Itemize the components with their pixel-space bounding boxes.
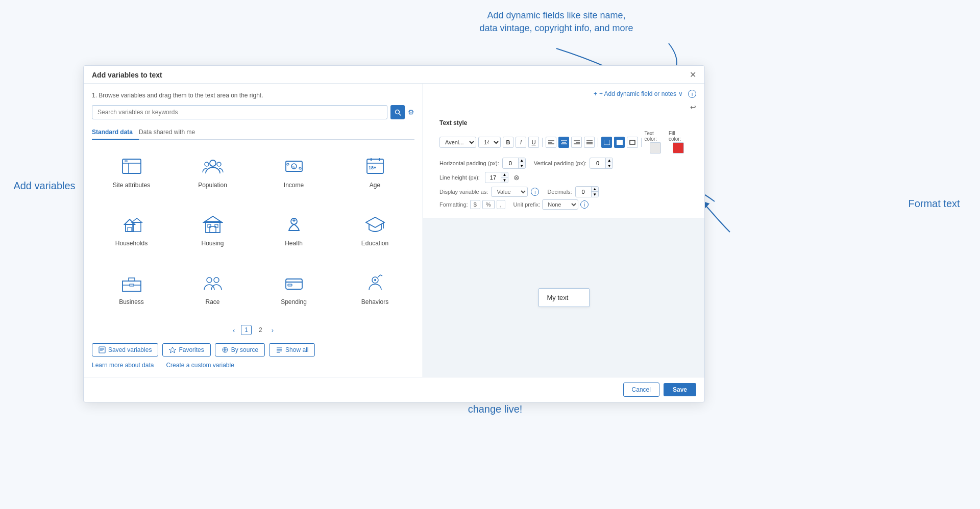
category-spending[interactable]: Spending xyxy=(254,265,333,319)
align-right-button[interactable] xyxy=(571,137,582,148)
category-business[interactable]: Business xyxy=(92,265,171,319)
h-padding-up[interactable]: ▲ xyxy=(518,158,525,163)
category-race[interactable]: Race xyxy=(173,265,252,319)
align-left-button[interactable] xyxy=(546,137,556,148)
h-padding-down[interactable]: ▼ xyxy=(518,163,525,168)
show-all-button[interactable]: Show all xyxy=(269,343,315,357)
by-source-button[interactable]: By source xyxy=(215,343,265,357)
dialog-footer: Cancel Save xyxy=(84,377,704,402)
category-education[interactable]: Education xyxy=(335,206,414,260)
text-box[interactable]: My text xyxy=(538,288,590,307)
category-housing[interactable]: Housing xyxy=(173,206,252,260)
chevron-icon: ∨ xyxy=(678,90,683,97)
svg-text:$: $ xyxy=(292,165,295,169)
category-households[interactable]: Households xyxy=(92,206,171,260)
create-custom-link[interactable]: Create a custom variable xyxy=(166,362,234,369)
category-label-business: Business xyxy=(119,298,144,306)
plus-icon: + xyxy=(594,90,597,97)
formatting-row: Formatting: $ % , Unit prefix: None i xyxy=(439,199,688,210)
underline-button[interactable]: U xyxy=(528,137,539,148)
category-label-income: Income xyxy=(284,182,304,189)
text-style-label: Text style xyxy=(439,119,688,126)
unit-prefix-group: Unit prefix: None i xyxy=(513,199,589,210)
prev-page-button[interactable]: ‹ xyxy=(231,325,237,335)
no-border-button[interactable] xyxy=(601,137,612,148)
dialog-close-button[interactable]: ✕ xyxy=(690,71,696,79)
decimals-group: Decimals: ▲ ▼ xyxy=(547,186,598,197)
category-grid: Site attributes Populati xyxy=(92,148,414,319)
star-icon xyxy=(169,346,176,353)
unit-prefix-label: Unit prefix: xyxy=(513,201,541,208)
category-health[interactable]: Health xyxy=(254,206,333,260)
decimals-up[interactable]: ▲ xyxy=(591,187,598,192)
svg-rect-47 xyxy=(99,347,105,353)
v-padding-up[interactable]: ▲ xyxy=(605,158,612,163)
svg-point-0 xyxy=(395,110,399,114)
line-height-value[interactable] xyxy=(485,173,501,182)
category-label-site-attributes: Site attributes xyxy=(113,182,150,189)
add-dynamic-field-button[interactable]: + + Add dynamic field or notes ∨ xyxy=(594,90,683,97)
format-comma-button[interactable]: , xyxy=(497,200,505,209)
text-color-swatch[interactable] xyxy=(650,142,661,154)
page-2[interactable]: 2 xyxy=(256,325,265,335)
race-icon xyxy=(201,271,225,295)
category-age[interactable]: 18+ Age xyxy=(335,148,414,202)
italic-button[interactable]: I xyxy=(516,137,526,148)
svg-rect-27 xyxy=(208,224,211,227)
site-attributes-icon xyxy=(119,154,144,179)
search-input[interactable] xyxy=(92,105,387,119)
favorites-button[interactable]: Favorites xyxy=(162,343,210,357)
undo-button[interactable]: ↩ xyxy=(690,103,696,111)
bold-button[interactable]: B xyxy=(503,137,513,148)
fill-color-swatch[interactable] xyxy=(673,142,684,154)
dialog-body: 1. Browse variables and drag them to the… xyxy=(84,84,704,377)
tab-standard-data[interactable]: Standard data xyxy=(92,125,139,140)
unit-prefix-info-icon[interactable]: i xyxy=(580,200,589,209)
display-variable-info-icon[interactable]: i xyxy=(531,188,539,196)
svg-point-44 xyxy=(374,279,376,281)
svg-rect-71 xyxy=(617,140,623,145)
h-padding-group: Horizontal padding (px): ▲ ▼ xyxy=(439,158,526,169)
category-site-attributes[interactable]: Site attributes xyxy=(92,148,171,202)
display-variable-selector[interactable]: Value xyxy=(491,187,528,197)
cancel-button[interactable]: Cancel xyxy=(623,383,659,397)
decimals-down[interactable]: ▼ xyxy=(591,192,598,197)
font-selector[interactable]: Aveni... xyxy=(439,137,476,148)
align-justify-button[interactable] xyxy=(584,137,595,148)
line-height-up[interactable]: ▲ xyxy=(501,172,508,177)
line-height-down[interactable]: ▼ xyxy=(501,177,508,183)
category-population[interactable]: Population xyxy=(173,148,252,202)
page-1[interactable]: 1 xyxy=(241,325,252,335)
v-padding-down[interactable]: ▼ xyxy=(605,163,612,168)
outline-button[interactable] xyxy=(627,137,638,148)
bottom-buttons: Saved variables Favorites By source xyxy=(92,343,414,357)
padding-row: Horizontal padding (px): ▲ ▼ Vertical pa… xyxy=(439,158,688,169)
saved-variables-button[interactable]: Saved variables xyxy=(92,343,158,357)
v-padding-value[interactable] xyxy=(590,159,605,167)
next-page-button[interactable]: › xyxy=(270,325,276,335)
svg-rect-42 xyxy=(288,284,292,286)
format-percent-button[interactable]: % xyxy=(482,200,495,209)
align-center-button[interactable] xyxy=(558,137,569,148)
category-behaviors[interactable]: Behaviors xyxy=(335,265,414,319)
settings-button[interactable]: ⚙ xyxy=(408,108,414,116)
size-selector[interactable]: 14 xyxy=(478,137,501,148)
callout-add-variables: Add variables xyxy=(11,179,78,193)
info-icon[interactable]: i xyxy=(688,90,696,98)
h-padding-label: Horizontal padding (px): xyxy=(439,160,499,166)
category-label-population: Population xyxy=(198,182,227,189)
decimals-value[interactable] xyxy=(576,188,591,196)
category-income[interactable]: $ Income xyxy=(254,148,333,202)
unit-prefix-selector[interactable]: None xyxy=(542,199,578,210)
tab-shared-data[interactable]: Data shared with me xyxy=(139,125,201,140)
save-button[interactable]: Save xyxy=(664,383,696,396)
fill-button[interactable] xyxy=(614,137,625,148)
line-height-reset-button[interactable]: ⊗ xyxy=(513,173,520,182)
search-button[interactable] xyxy=(390,105,405,119)
h-padding-value[interactable] xyxy=(503,159,518,167)
format-dollar-button[interactable]: $ xyxy=(470,200,480,209)
svg-rect-72 xyxy=(630,140,635,144)
decimals-input: ▲ ▼ xyxy=(575,186,599,197)
learn-more-link[interactable]: Learn more about data xyxy=(92,362,154,369)
bottom-links: Learn more about data Create a custom va… xyxy=(92,362,414,369)
